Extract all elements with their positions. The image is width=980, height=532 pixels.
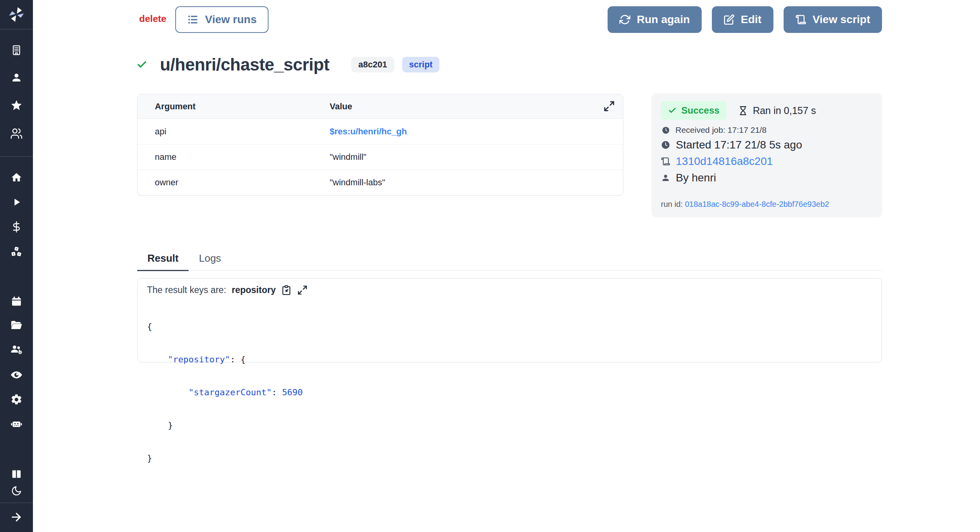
book-open-icon[interactable] — [0, 469, 33, 480]
table-row: owner "windmill-labs" — [138, 170, 623, 195]
run-id-row: run id: 018a18ac-8c99-abe4-8cfe-2bbf76e9… — [661, 190, 873, 209]
moon-icon[interactable] — [0, 485, 33, 496]
started-label: Started 17:17 21/8 5s ago — [676, 139, 802, 151]
result-keys-prefix: The result keys are: — [147, 285, 226, 295]
clock-icon — [662, 126, 670, 134]
check-icon — [668, 106, 677, 115]
argument-value: "windmill-labs" — [330, 177, 623, 188]
view-runs-label: View runs — [205, 13, 257, 26]
json-key: "stargazerCount" — [189, 387, 272, 397]
job-id-row: 1310d14816a8c201 — [661, 155, 873, 168]
arguments-table: Argument Value api $res:u/henri/hc_gh na… — [137, 94, 623, 195]
duration-label: Ran in 0,157 s — [753, 105, 816, 116]
duration: Ran in 0,157 s — [738, 105, 816, 116]
json-brace: } — [147, 453, 152, 463]
eye-icon[interactable] — [0, 368, 33, 382]
received-job-row: Received job: 17:17 21/8 — [661, 125, 873, 135]
script-type-badge: script — [402, 57, 440, 72]
json-punct: : { — [230, 355, 246, 364]
star-icon[interactable] — [0, 99, 33, 112]
arguments-table-header: Argument Value — [138, 94, 623, 119]
delete-button[interactable]: delete — [139, 13, 166, 24]
scroll-icon — [795, 14, 806, 25]
view-script-label: View script — [813, 13, 870, 26]
column-value: Value — [330, 101, 623, 112]
clipboard-copy-icon[interactable] — [281, 285, 292, 295]
success-check-icon — [136, 59, 147, 70]
sidebar-divider — [0, 503, 33, 503]
edit-label: Edit — [741, 13, 762, 26]
status-badge: Success — [661, 101, 726, 120]
view-script-button[interactable]: View script — [784, 6, 882, 33]
edit-pencil-icon — [724, 14, 735, 25]
refresh-icon — [619, 14, 630, 25]
list-icon — [187, 14, 199, 25]
author-row: By henri — [661, 172, 873, 184]
dollar-icon[interactable] — [0, 221, 33, 233]
expand-icon[interactable] — [297, 285, 308, 295]
hourglass-icon — [738, 106, 748, 116]
json-value: 5690 — [282, 387, 303, 397]
robot-icon[interactable] — [0, 418, 33, 431]
status-label: Success — [681, 105, 719, 116]
users-icon[interactable] — [0, 127, 33, 140]
json-key: "repository" — [168, 355, 230, 364]
building-icon[interactable] — [0, 44, 33, 56]
run-id-link[interactable]: 018a18ac-8c99-abe4-8cfe-2bbf76e93eb2 — [685, 200, 829, 208]
result-panel: The result keys are: repository { "repos… — [137, 278, 882, 362]
boxes-icon[interactable] — [0, 246, 33, 258]
resource-link[interactable]: $res:u/henri/hc_gh — [330, 127, 623, 137]
result-json: { "repository": { "stargazerCount": 5690… — [147, 299, 872, 486]
tab-logs[interactable]: Logs — [189, 252, 231, 270]
argument-name: name — [138, 152, 330, 162]
column-argument: Argument — [138, 101, 330, 112]
windmill-logo-icon[interactable] — [0, 5, 33, 24]
sidebar — [0, 0, 33, 532]
tab-result[interactable]: Result — [137, 252, 189, 271]
users-gear-icon[interactable] — [0, 343, 33, 356]
sidebar-divider — [0, 156, 33, 157]
json-punct: : — [272, 387, 282, 397]
job-info-panel: Success Ran in 0,157 s Received job: 17:… — [652, 93, 882, 217]
table-row: name "windmill" — [138, 144, 623, 170]
argument-name: api — [138, 127, 330, 137]
clock-icon — [661, 140, 670, 150]
arrow-right-icon[interactable] — [0, 511, 33, 523]
play-icon[interactable] — [0, 196, 33, 208]
sidebar-divider — [0, 29, 33, 29]
received-job-label: Received job: 17:17 21/8 — [675, 125, 766, 135]
home-icon[interactable] — [0, 172, 33, 183]
result-tabs: Result Logs — [137, 252, 882, 271]
hash-badge: a8c201 — [351, 57, 394, 72]
expand-icon[interactable] — [603, 100, 615, 112]
run-id-label: run id: — [661, 200, 683, 208]
run-again-button[interactable]: Run again — [608, 6, 701, 33]
gear-icon[interactable] — [0, 393, 33, 406]
calendar-icon[interactable] — [0, 295, 33, 307]
result-key-name: repository — [232, 285, 276, 295]
folder-open-icon[interactable] — [0, 319, 33, 331]
scroll-icon — [661, 157, 670, 166]
run-again-label: Run again — [637, 13, 690, 26]
started-row: Started 17:17 21/8 5s ago — [661, 139, 873, 151]
page-title: u/henri/chaste_script — [160, 55, 329, 74]
main-content: delete View runs Run again — [33, 0, 980, 532]
edit-button[interactable]: Edit — [712, 6, 773, 33]
argument-name: owner — [138, 177, 330, 188]
job-id-link[interactable]: 1310d14816a8c201 — [676, 155, 773, 168]
person-icon — [661, 173, 670, 183]
table-row: api $res:u/henri/hc_gh — [138, 119, 623, 144]
json-brace: { — [147, 322, 152, 331]
user-icon[interactable] — [0, 72, 33, 83]
view-runs-button[interactable]: View runs — [175, 6, 269, 33]
json-brace: } — [168, 420, 173, 430]
author-label: By henri — [676, 172, 716, 184]
argument-value: "windmill" — [330, 152, 623, 162]
